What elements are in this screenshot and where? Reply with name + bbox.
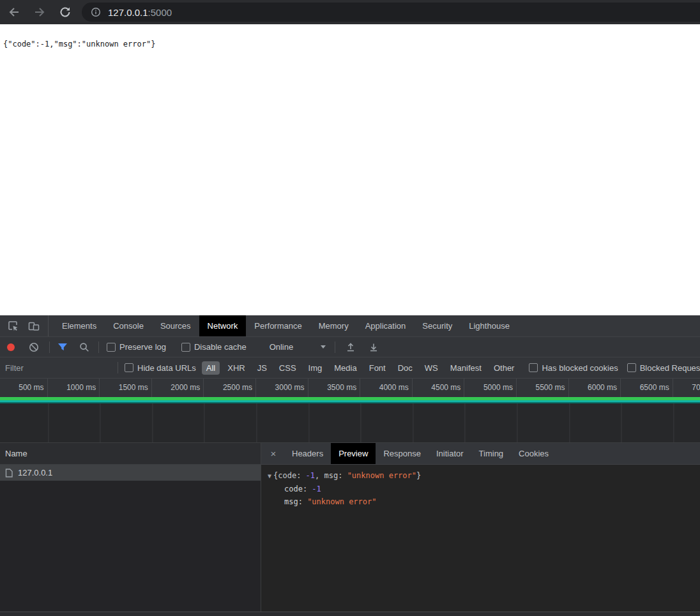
detail-tab-headers[interactable]: Headers [284, 443, 331, 464]
preview-token: "unknown error" [347, 471, 416, 480]
devtools-tab-elements[interactable]: Elements [54, 315, 105, 336]
disable-cache-label[interactable]: Disable cache [194, 342, 247, 352]
export-har-icon[interactable] [369, 342, 379, 352]
request-row[interactable]: 127.0.0.1 [0, 465, 261, 481]
request-name: 127.0.0.1 [18, 468, 52, 477]
devtools-tab-memory[interactable]: Memory [310, 315, 357, 336]
device-toolbar-icon[interactable] [28, 320, 40, 331]
type-filter-img[interactable]: Img [304, 361, 327, 375]
devtools-tab-lighthouse[interactable]: Lighthouse [460, 315, 518, 336]
network-filter-row: Hide data URLs AllXHRJSCSSImgMediaFontDo… [0, 357, 700, 379]
devtools-tab-sources[interactable]: Sources [152, 315, 199, 336]
has-blocked-cookies-checkbox[interactable] [529, 363, 538, 372]
chevron-down-icon [321, 345, 326, 349]
inspect-element-icon[interactable] [8, 320, 19, 331]
type-filter-font[interactable]: Font [365, 361, 390, 375]
network-filter-input[interactable] [0, 357, 118, 378]
name-column-header[interactable]: Name [0, 443, 261, 465]
browser-toolbar: 127.0.0.1:5000 [0, 0, 700, 24]
type-filter-other[interactable]: Other [489, 361, 519, 375]
has-blocked-cookies-label[interactable]: Has blocked cookies [542, 363, 618, 373]
blocked-requests-label[interactable]: Blocked Requests [640, 363, 700, 373]
detail-tab-initiator[interactable]: Initiator [429, 443, 471, 464]
preserve-log-control: Preserve log [107, 342, 166, 352]
back-icon[interactable] [8, 6, 20, 19]
throttling-value: Online [270, 342, 294, 352]
request-detail-panel: × HeadersPreviewResponseInitiatorTimingC… [261, 443, 700, 612]
close-icon[interactable]: × [262, 443, 284, 464]
page-info-icon[interactable] [91, 7, 101, 17]
timeline-tick: 3000 ms [256, 379, 308, 397]
devtools-tab-strip: ElementsConsoleSourcesNetworkPerformance… [0, 315, 700, 337]
timeline-tick: 1000 ms [48, 379, 100, 397]
network-toolbar: Preserve log Disable cache Online [0, 337, 700, 357]
preview-summary-text: {code: -1, msg: "unknown error"} [273, 469, 421, 482]
type-filter-all[interactable]: All [202, 361, 220, 375]
type-filter-ws[interactable]: WS [420, 361, 443, 375]
throttling-dropdown[interactable]: Online [270, 342, 326, 352]
hide-data-urls-checkbox[interactable] [125, 363, 133, 372]
devtools-tab-application[interactable]: Application [357, 315, 415, 336]
timeline-tick: 500 ms [0, 379, 48, 397]
disable-cache-checkbox[interactable] [181, 343, 190, 352]
request-type-filters: AllXHRJSCSSImgMediaFontDocWSManifestOthe… [199, 361, 519, 375]
network-overview-graph[interactable] [0, 397, 700, 403]
preview-token: {code: [273, 471, 306, 480]
address-bar[interactable]: 127.0.0.1:5000 [82, 3, 700, 22]
detail-tab-strip-wrap: × HeadersPreviewResponseInitiatorTimingC… [261, 443, 700, 465]
filter-icon[interactable] [57, 343, 68, 352]
url-text: 127.0.0.1:5000 [108, 7, 172, 18]
devtools-tab-performance[interactable]: Performance [246, 315, 310, 336]
record-network-log-icon[interactable] [7, 343, 15, 351]
type-filter-xhr[interactable]: XHR [223, 361, 249, 375]
blocked-requests-control: Blocked Requests [627, 363, 700, 373]
timeline-tick: 1500 ms [100, 379, 152, 397]
document-icon [5, 469, 13, 477]
timeline-tick: 2500 ms [204, 379, 256, 397]
property-value: "unknown error" [307, 497, 376, 506]
preserve-log-checkbox[interactable] [107, 343, 116, 352]
network-lower-split: Name 127.0.0.1 × HeadersPreviewResponseI… [0, 443, 700, 616]
property-key: msg: [284, 497, 307, 506]
clear-network-log-icon[interactable] [29, 342, 39, 352]
preview-token: } [416, 471, 421, 480]
detail-tab-response[interactable]: Response [376, 443, 429, 464]
preview-token: -1 [306, 471, 315, 480]
has-blocked-cookies-control: Has blocked cookies [529, 363, 618, 373]
hide-data-urls-label[interactable]: Hide data URLs [137, 363, 196, 373]
reload-icon[interactable] [59, 6, 72, 19]
timeline-tick: 7000 ms [673, 379, 700, 397]
expand-caret-icon[interactable]: ▼ [268, 470, 271, 483]
timeline-tick: 3500 ms [308, 379, 361, 397]
preview-summary[interactable]: ▼ {code: -1, msg: "unknown error"} [268, 469, 700, 483]
detail-tab-cookies[interactable]: Cookies [511, 443, 556, 464]
devtools-tab-console[interactable]: Console [105, 315, 152, 336]
type-filter-media[interactable]: Media [330, 361, 361, 375]
json-response-text: {"code":-1,"msg":"unknown error"} [0, 24, 700, 49]
blocked-requests-checkbox[interactable] [627, 363, 636, 372]
detail-tab-preview[interactable]: Preview [331, 443, 376, 464]
type-filter-css[interactable]: CSS [275, 361, 301, 375]
import-har-icon[interactable] [346, 342, 356, 352]
search-icon[interactable] [79, 342, 89, 352]
hide-data-urls-control: Hide data URLs [125, 363, 196, 373]
page-content: {"code":-1,"msg":"unknown error"} [0, 24, 700, 315]
detail-tab-timing[interactable]: Timing [471, 443, 512, 464]
devtools-leading-icons [0, 315, 49, 336]
devtools-tab-security[interactable]: Security [414, 315, 460, 336]
property-value: -1 [312, 485, 321, 493]
type-filter-manifest[interactable]: Manifest [446, 361, 486, 375]
preserve-log-label[interactable]: Preserve log [119, 342, 166, 352]
preview-properties: code: -1msg: "unknown error" [268, 483, 700, 508]
timeline-tick: 6000 ms [569, 379, 621, 397]
preview-property: msg: "unknown error" [268, 495, 700, 508]
type-filter-doc[interactable]: Doc [393, 361, 417, 375]
url-host: 127.0.0.1 [108, 7, 148, 18]
type-filter-js[interactable]: JS [253, 361, 271, 375]
disable-cache-control: Disable cache [181, 342, 247, 352]
timeline-ruler-wrap: 500 ms1000 ms1500 ms2000 ms2500 ms3000 m… [0, 379, 700, 397]
devtools-tab-network[interactable]: Network [199, 315, 247, 336]
preview-token: , msg: [315, 471, 347, 480]
forward-icon[interactable] [33, 6, 46, 19]
property-key: code: [284, 485, 312, 493]
